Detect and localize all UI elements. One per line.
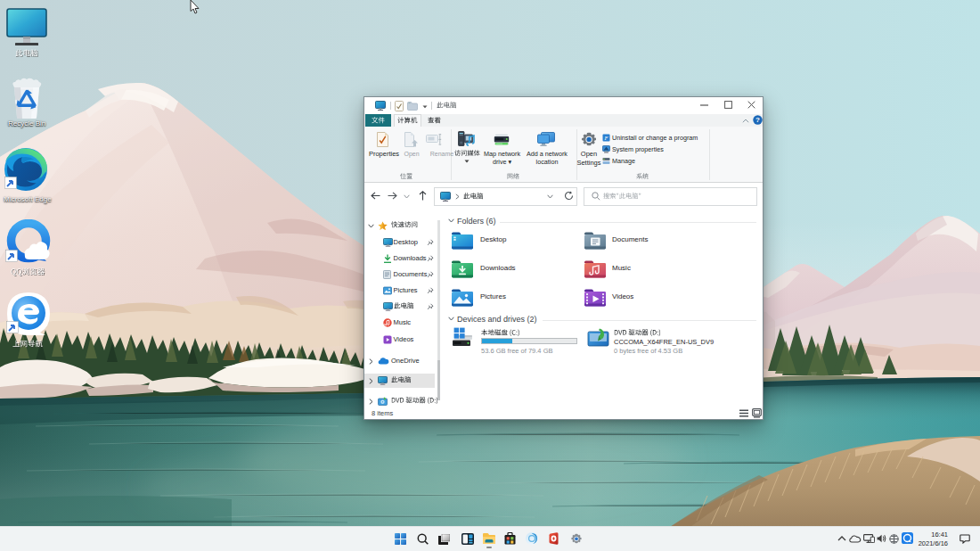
- svg-text:?: ?: [755, 116, 760, 124]
